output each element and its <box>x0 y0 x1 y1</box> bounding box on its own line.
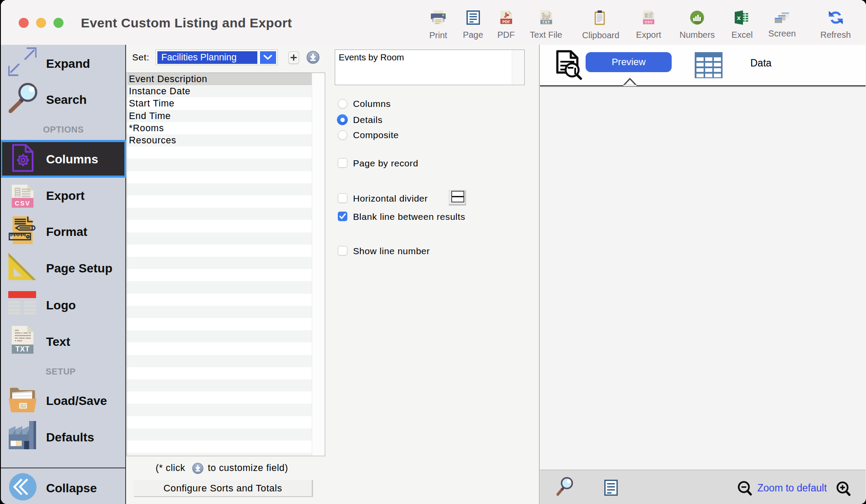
svg-text:PDF: PDF <box>502 20 510 24</box>
svg-text:x: x <box>737 14 741 21</box>
svg-text:CSV: CSV <box>15 200 30 207</box>
svg-text:CSV: CSV <box>645 20 653 24</box>
svg-text:TXT: TXT <box>15 345 30 353</box>
svg-text:TXT: TXT <box>542 20 550 24</box>
